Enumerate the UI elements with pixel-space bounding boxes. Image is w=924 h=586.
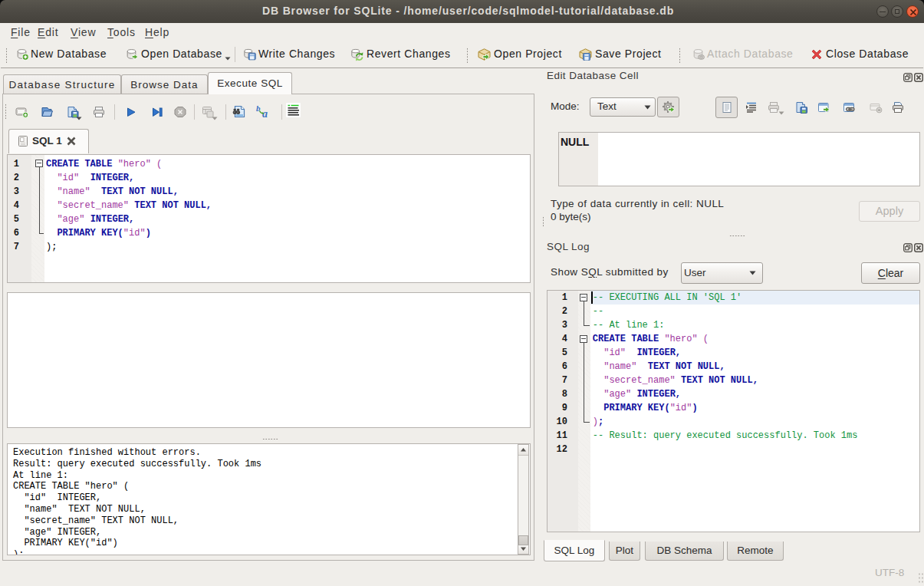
svg-text:a: a [262, 108, 268, 120]
